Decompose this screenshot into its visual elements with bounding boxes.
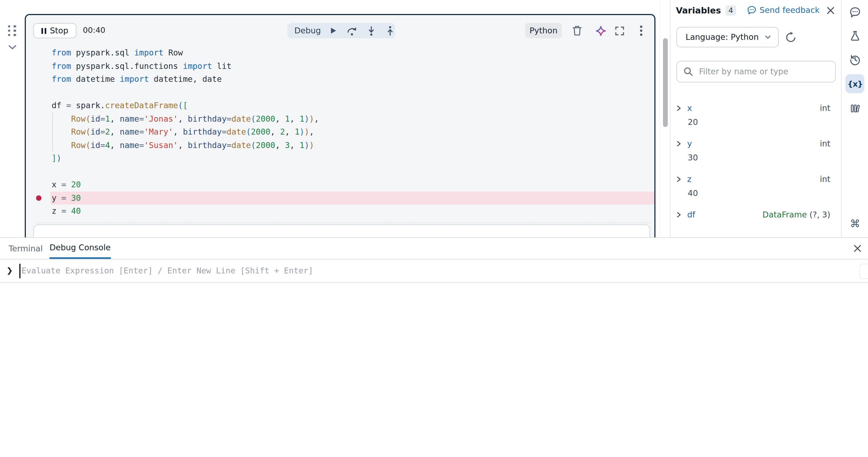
code-line[interactable] (51, 165, 654, 178)
assistant-sparkle-icon[interactable] (595, 25, 607, 37)
history-icon[interactable] (849, 54, 861, 66)
send-feedback-label: Send feedback (760, 5, 819, 15)
bottom-panel-close-icon[interactable] (854, 244, 862, 252)
code-line[interactable]: df = spark.createDataFrame([ (51, 99, 654, 112)
bottom-panel: Terminal Debug Console ❯ Evaluate Expres… (0, 237, 868, 457)
code-line[interactable]: z = 40 (51, 205, 654, 218)
console-overlay-box (859, 264, 868, 279)
variable-type: int (820, 139, 836, 149)
right-icon-rail: {x} ⌘ (841, 0, 868, 237)
console-placeholder: Evaluate Expression [Enter] / Enter New … (22, 260, 313, 283)
variable-type: int (820, 174, 836, 184)
variables-braces-icon[interactable]: {x} (849, 78, 861, 90)
tab-debug-console[interactable]: Debug Console (50, 238, 111, 259)
cell-output-box (33, 224, 650, 237)
code-line[interactable]: ]) (51, 152, 654, 165)
variable-value: 20 (688, 115, 836, 129)
variables-filter-input[interactable] (698, 66, 829, 77)
notebook-cell: Stop 00:40 Debug (25, 14, 655, 237)
expand-chevron-icon[interactable] (676, 105, 682, 112)
variables-title: Variables (676, 5, 721, 16)
debug-console-input[interactable]: ❯ Evaluate Expression [Enter] / Enter Ne… (0, 260, 868, 283)
pause-icon (41, 28, 46, 34)
stop-button-label: Stop (50, 26, 68, 35)
library-icon[interactable] (849, 102, 861, 114)
variable-value: 30 (688, 151, 836, 165)
cell-collapse-chevron-icon[interactable] (7, 44, 17, 51)
trash-icon[interactable] (571, 25, 583, 37)
cell-toolbar: Stop 00:40 Debug (26, 23, 654, 38)
expand-chevron-icon[interactable] (676, 212, 682, 218)
code-line[interactable]: y = 30 (51, 191, 654, 205)
indent-guide (52, 112, 53, 152)
variable-name[interactable]: z (687, 174, 691, 184)
step-out-button[interactable] (385, 26, 395, 36)
variable-name[interactable]: y (687, 139, 692, 149)
search-icon (683, 67, 693, 77)
refresh-variables-icon[interactable] (785, 32, 797, 43)
scrollbar-track-edge (660, 0, 660, 237)
code-line[interactable]: from pyspark.sql import Row (51, 46, 654, 59)
tab-terminal[interactable]: Terminal (9, 238, 43, 259)
continue-button[interactable] (330, 26, 338, 35)
breakpoint-dot[interactable] (36, 195, 41, 201)
debug-label: Debug (294, 26, 321, 35)
variable-name[interactable]: df (687, 210, 695, 220)
language-badge[interactable]: Python (525, 23, 562, 38)
notebook-scrollbar-thumb[interactable] (663, 38, 668, 127)
code-line[interactable]: from pyspark.sql.functions import lit (51, 59, 654, 73)
step-over-button[interactable] (347, 26, 358, 36)
execution-timer: 00:40 (83, 26, 105, 34)
send-feedback-link[interactable]: Send feedback (747, 5, 819, 15)
code-line[interactable]: Row(id=1, name='Jonas', birthday=date(20… (51, 112, 654, 125)
cell-drag-handle-icon[interactable] (8, 25, 17, 36)
variable-row[interactable]: y int 30 (676, 137, 836, 165)
fullscreen-icon[interactable] (614, 25, 625, 37)
variable-row[interactable]: z int 40 (676, 172, 836, 200)
cell-result-separator (36, 222, 650, 223)
text-cursor (19, 264, 20, 278)
feedback-bubble-icon (747, 5, 756, 15)
bottom-panel-tabs: Terminal Debug Console (0, 238, 868, 260)
variable-value (688, 222, 836, 236)
language-selector-label: Language: Python (686, 32, 759, 42)
variable-name[interactable]: x (687, 103, 692, 113)
stop-button[interactable]: Stop (33, 23, 76, 38)
experiments-flask-icon[interactable] (849, 30, 861, 42)
code-line[interactable] (51, 86, 654, 99)
assistant-chat-icon[interactable] (849, 6, 861, 18)
variables-count-badge: 4 (725, 5, 737, 16)
code-line[interactable]: Row(id=2, name='Mary', birthday=date(200… (51, 125, 654, 139)
code-line[interactable]: x = 20 (51, 178, 654, 191)
variable-type: int (820, 103, 836, 113)
code-line[interactable]: from datetime import datetime, date (51, 73, 654, 86)
console-prompt: ❯ (6, 266, 13, 275)
step-into-button[interactable] (367, 26, 376, 36)
kebab-menu-icon[interactable] (635, 25, 647, 37)
variable-row[interactable]: x int 20 (676, 101, 836, 129)
variables-panel: Variables 4 Send feedback Language: Pyth… (670, 0, 841, 237)
code-editor[interactable]: from pyspark.sql import Rowfrom pyspark.… (26, 46, 654, 218)
code-lines: from pyspark.sql import Rowfrom pyspark.… (26, 46, 654, 218)
chevron-down-icon (765, 35, 771, 39)
code-line[interactable]: Row(id=4, name='Susan', birthday=date(20… (51, 139, 654, 152)
expand-chevron-icon[interactable] (676, 141, 682, 147)
language-selector[interactable]: Language: Python (676, 27, 779, 48)
notebook-debug-view: Stop 00:40 Debug (0, 0, 868, 457)
variable-row[interactable]: df DataFrame (?, 3) (676, 208, 836, 236)
variables-panel-header: Variables 4 Send feedback (676, 4, 835, 16)
variable-value: 40 (688, 186, 836, 200)
variables-panel-close-icon[interactable] (827, 6, 835, 14)
variables-filter[interactable] (676, 61, 836, 82)
command-icon[interactable]: ⌘ (849, 217, 861, 229)
variable-type: DataFrame (?, 3) (763, 210, 836, 220)
debug-controls: Debug (287, 23, 395, 38)
expand-chevron-icon[interactable] (676, 176, 682, 182)
